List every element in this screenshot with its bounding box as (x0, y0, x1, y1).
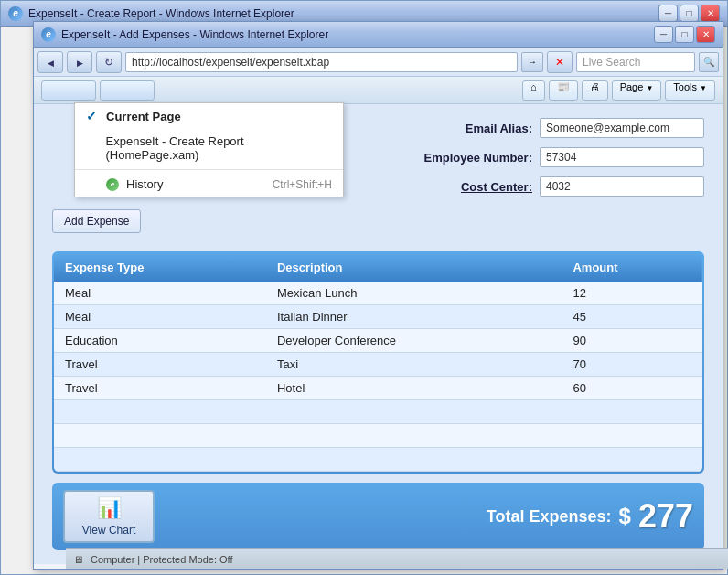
search-button[interactable]: 🔍 (699, 52, 719, 72)
table-cell-amount: 90 (562, 329, 702, 353)
tab-button[interactable] (41, 80, 96, 101)
tools-dropdown-icon (700, 81, 707, 92)
email-value: Someone@example.com (546, 122, 669, 134)
status-bar: 🖥 Computer | Protected Mode: Off (66, 548, 728, 569)
menu-item-label: ExpenseIt - Create Report (HomePage.xam) (106, 134, 332, 162)
inner-maximize-button[interactable]: □ (675, 26, 694, 43)
table-cell-description: Taxi (266, 353, 562, 377)
total-currency: $ (619, 504, 631, 529)
table-cell-type: Travel (54, 377, 266, 400)
cost-center-label: Cost Center: (413, 180, 532, 194)
tab-button2[interactable] (100, 80, 155, 101)
total-section: Total Expenses: $ 277 (155, 497, 693, 536)
view-chart-button[interactable]: 📊 View Chart (63, 490, 155, 543)
go-icon: → (528, 57, 537, 67)
empty-row (54, 400, 702, 424)
employee-row: Employee Number: 57304 (413, 147, 704, 167)
employee-label: Employee Number: (413, 151, 532, 165)
table-cell-description: Developer Conference (266, 329, 562, 353)
menu-item-create-report[interactable]: ExpenseIt - Create Report (HomePage.xam) (75, 129, 343, 167)
menu-shortcut: Ctrl+Shift+H (273, 178, 332, 191)
email-label: Email Alias: (413, 122, 532, 135)
dropdown-menu: ✓ Current Page ExpenseIt - Create Report… (74, 102, 344, 197)
inner-minimize-button[interactable]: ─ (654, 26, 673, 43)
empty-row (54, 448, 702, 472)
history-icon: e (106, 178, 119, 191)
url-text: http://localhost/expenseit/expenseit.xba… (132, 56, 329, 69)
table-cell-type: Travel (54, 353, 266, 377)
tools-button[interactable]: Tools (665, 80, 715, 101)
search-placeholder: Live Search (583, 56, 640, 69)
add-expense-button[interactable]: Add Expense (52, 209, 141, 233)
empty-row (54, 424, 702, 448)
table-row: MealItalian Dinner45 (54, 305, 702, 329)
table-cell-description: Italian Dinner (266, 305, 562, 329)
table-cell-description: Mexican Lunch (266, 282, 562, 305)
menu-item-current-page[interactable]: ✓ Current Page (75, 103, 343, 129)
table-cell-description: Hotel (266, 377, 562, 400)
employee-value: 57304 (546, 151, 576, 164)
inner-title: ExpenseIt - Add Expenses - Windows Inter… (61, 28, 654, 41)
table-row: TravelTaxi70 (54, 353, 702, 377)
menu-history-label: History (126, 177, 163, 191)
address-field[interactable]: http://localhost/expenseit/expenseit.xba… (125, 52, 518, 72)
email-input[interactable]: Someone@example.com (540, 118, 704, 138)
expense-table: Expense Type Description Amount MealMexi… (54, 253, 702, 472)
inner-ie-icon: e (41, 27, 56, 42)
refresh-icon (104, 56, 113, 69)
back-button[interactable] (37, 51, 63, 73)
table-cell-amount: 60 (562, 377, 702, 400)
outer-window: e ExpenseIt - Create Report - Windows In… (0, 0, 728, 575)
fields-grid: Email Alias: Someone@example.com Employe… (413, 118, 704, 202)
page-button[interactable]: Page (612, 80, 662, 101)
col-amount: Amount (562, 253, 702, 282)
table-cell-amount: 70 (562, 353, 702, 377)
cost-center-input[interactable]: 4032 (540, 176, 704, 197)
table-cell-type: Meal (54, 282, 266, 305)
chart-icon: 📊 (97, 496, 122, 520)
toolbar: ⌂ 📰 🖨 Page Tools (34, 77, 723, 104)
table-row: EducationDeveloper Conference90 (54, 329, 702, 353)
home-button[interactable]: ⌂ (522, 80, 545, 101)
menu-item-label: Current Page (106, 110, 181, 123)
cost-center-row: Cost Center: 4032 (413, 176, 704, 197)
table-row: MealMexican Lunch12 (54, 282, 702, 305)
outer-close-button[interactable]: ✕ (701, 5, 720, 22)
total-amount: 277 (638, 497, 693, 536)
col-description: Description (266, 253, 562, 282)
search-field[interactable]: Live Search (576, 52, 695, 72)
employee-input[interactable]: 57304 (540, 147, 704, 167)
bottom-bar: 📊 View Chart Total Expenses: $ 277 (52, 483, 704, 550)
table-cell-amount: 12 (562, 282, 702, 305)
inner-window-controls: ─ □ ✕ (654, 26, 715, 43)
print-button[interactable]: 🖨 (582, 80, 608, 101)
inner-window: e ExpenseIt - Add Expenses - Windows Int… (33, 21, 723, 570)
feeds-button[interactable]: 📰 (549, 80, 578, 101)
table-row: TravelHotel60 (54, 377, 702, 400)
outer-minimize-button[interactable]: ─ (658, 5, 678, 22)
menu-separator (75, 169, 343, 170)
inner-titlebar: e ExpenseIt - Add Expenses - Windows Int… (34, 22, 723, 48)
go-button[interactable]: → (521, 52, 543, 72)
outer-window-controls: ─ □ ✕ (658, 5, 720, 22)
forward-button[interactable] (67, 51, 92, 73)
status-text: Computer | Protected Mode: Off (91, 554, 233, 565)
outer-maximize-button[interactable]: □ (680, 5, 699, 22)
expense-table-container: Expense Type Description Amount MealMexi… (52, 251, 704, 474)
table-cell-type: Education (54, 329, 266, 353)
outer-title: ExpenseIt - Create Report - Windows Inte… (28, 7, 658, 20)
refresh-button[interactable] (96, 51, 122, 73)
email-row: Email Alias: Someone@example.com (413, 118, 704, 138)
table-cell-amount: 45 (562, 305, 702, 329)
forward-icon (77, 56, 83, 69)
stop-button[interactable]: ✕ (547, 51, 573, 73)
search-icon: 🔍 (703, 57, 714, 67)
menu-item-history[interactable]: e History Ctrl+Shift+H (75, 172, 343, 197)
table-cell-type: Meal (54, 305, 266, 329)
cost-center-value: 4032 (546, 180, 571, 193)
view-chart-label: View Chart (82, 524, 135, 537)
table-header-row: Expense Type Description Amount (54, 253, 702, 282)
address-bar: http://localhost/expenseit/expenseit.xba… (34, 48, 723, 77)
outer-ie-icon: e (8, 6, 23, 21)
inner-close-button[interactable]: ✕ (696, 26, 715, 43)
